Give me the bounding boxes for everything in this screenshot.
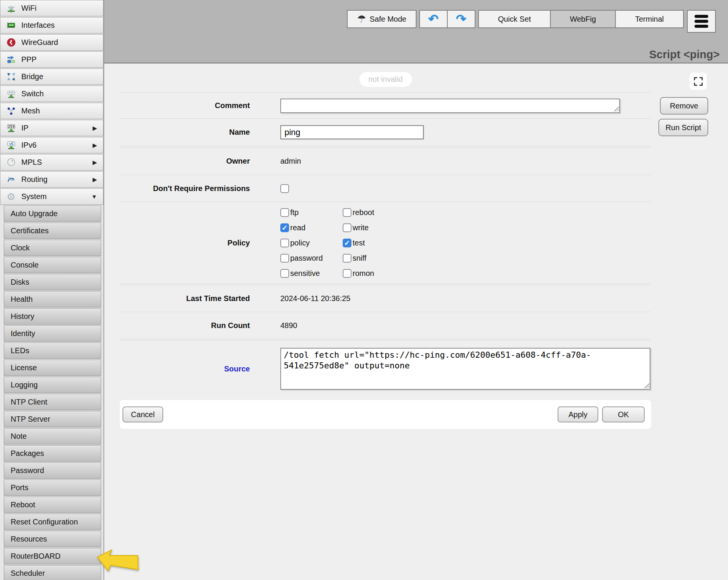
safe-mode-button[interactable]: ☂ Safe Mode (347, 10, 416, 28)
source-field[interactable] (280, 348, 650, 390)
sidebar-item-ip[interactable]: 255 IP ▶ (0, 120, 103, 136)
sidebar-item-note[interactable]: Note (4, 428, 101, 445)
sidebar-item-label: Health (11, 295, 33, 304)
policy-checkbox-sensitive[interactable] (280, 269, 289, 278)
sidebar-item-logging[interactable]: Logging (4, 377, 101, 393)
cancel-button[interactable]: Cancel (122, 406, 163, 422)
sidebar-item-reboot[interactable]: Reboot (4, 497, 101, 513)
sidebar-item-label: RouterBOARD (11, 552, 60, 561)
policy-checkbox-write[interactable] (343, 223, 351, 232)
sidebar-item-ntp-server[interactable]: NTP Server (4, 411, 101, 427)
policy-checkbox-sniff[interactable] (343, 254, 351, 263)
comment-row: Comment (120, 93, 651, 118)
sidebar-item-health[interactable]: Health (4, 291, 101, 308)
dont-require-permissions-checkbox[interactable] (280, 184, 289, 193)
sidebar-item-label: System (21, 192, 47, 201)
policy-option-label[interactable]: test (353, 239, 365, 247)
sidebar-item-disks[interactable]: Disks (4, 274, 101, 290)
policy-option-label[interactable]: ftp (290, 208, 299, 217)
sidebar-item-label: Disks (11, 278, 29, 287)
system-gear-icon: ⚙ (5, 191, 17, 202)
sidebar-item-wireguard[interactable]: WireGuard (0, 34, 103, 51)
sidebar-item-bridge[interactable]: Bridge (0, 69, 103, 85)
sidebar-item-license[interactable]: License (4, 360, 101, 376)
sidebar-item-identity[interactable]: Identity (4, 325, 101, 342)
owner-row: Owner admin (120, 148, 651, 175)
routing-icon (5, 174, 17, 185)
undo-button[interactable]: ↶ (419, 10, 448, 28)
apply-button[interactable]: Apply (558, 406, 598, 422)
page-title: Script <ping> (649, 48, 720, 61)
sidebar-item-reset-configuration[interactable]: Reset Configuration (4, 514, 101, 530)
sidebar-item-label: IPv6 (21, 141, 37, 150)
fullscreen-button[interactable] (690, 73, 707, 90)
policy-checkbox-password[interactable] (280, 254, 289, 263)
policy-option-label[interactable]: romon (353, 269, 374, 278)
sidebar-item-label: Bridge (21, 72, 43, 81)
sidebar-item-label: Logging (11, 381, 38, 389)
policy-checkbox-read[interactable] (280, 223, 289, 232)
sidebar-item-label: LEDs (11, 346, 29, 355)
last-time-started-label: Last Time Started (120, 294, 250, 303)
sidebar-item-ipv6[interactable]: v6 IPv6 ▶ (0, 137, 103, 153)
sidebar-item-wifi[interactable]: WiFi (0, 0, 103, 16)
policy-option-label[interactable]: read (290, 223, 305, 232)
run-script-button[interactable]: Run Script (658, 119, 708, 136)
sidebar-item-label: WireGuard (21, 38, 58, 47)
sidebar-item-ports[interactable]: Ports (4, 480, 101, 496)
sidebar-item-routerboard[interactable]: RouterBOARD (4, 548, 101, 564)
expand-arrow-icon: ▶ (92, 142, 97, 149)
policy-option-label[interactable]: password (290, 254, 323, 263)
policy-option-label[interactable]: reboot (353, 208, 374, 217)
redo-button[interactable]: ↷ (447, 10, 475, 28)
policy-option-label[interactable]: sniff (353, 254, 366, 263)
tab-webfig[interactable]: WebFig (550, 10, 616, 28)
tab-terminal[interactable]: Terminal (615, 10, 684, 28)
comment-field[interactable] (280, 99, 620, 113)
sidebar-item-console[interactable]: Console (4, 257, 101, 273)
policy-checkbox-romon[interactable] (343, 269, 351, 278)
policy-checkbox-ftp[interactable] (280, 208, 289, 217)
sidebar-item-clock[interactable]: Clock (4, 240, 101, 256)
mpls-icon (5, 157, 17, 168)
sidebar-item-auto-upgrade[interactable]: Auto Upgrade (4, 206, 101, 222)
sidebar-item-routing[interactable]: Routing ▶ (0, 171, 103, 188)
sidebar-item-certificates[interactable]: Certificates (4, 223, 101, 239)
policy-option-label[interactable]: write (353, 223, 369, 232)
mesh-icon (5, 106, 17, 116)
sidebar-item-label: History (11, 312, 34, 321)
policy-checkbox-test[interactable] (343, 239, 351, 247)
sidebar-item-history[interactable]: History (4, 308, 101, 325)
policy-option-label[interactable]: policy (290, 239, 310, 247)
remove-button[interactable]: Remove (660, 97, 708, 115)
sidebar-item-label: NTP Server (11, 415, 50, 424)
policy-option-label[interactable]: sensitive (290, 269, 320, 278)
sidebar-item-switch[interactable]: Switch (0, 86, 103, 102)
sidebar-item-packages[interactable]: Packages (4, 445, 101, 462)
sidebar-item-label: WiFi (21, 4, 37, 13)
expand-arrow-icon: ▶ (92, 125, 97, 132)
sidebar-item-leds[interactable]: LEDs (4, 343, 101, 359)
sidebar-item-password[interactable]: Password (4, 462, 101, 479)
sidebar-item-mesh[interactable]: Mesh (0, 103, 103, 119)
sidebar-item-label: MPLS (21, 158, 42, 167)
sidebar-item-ppp[interactable]: PPP (0, 51, 103, 68)
sidebar-item-mpls[interactable]: MPLS ▶ (0, 154, 103, 170)
sidebar-item-ntp-client[interactable]: NTP Client (4, 394, 101, 410)
name-field[interactable] (280, 125, 424, 139)
sidebar-item-interfaces[interactable]: Interfaces (0, 17, 103, 33)
sidebar-item-label: Routing (21, 175, 48, 184)
system-submenu: Auto Upgrade Certificates Clock Console … (4, 206, 101, 580)
policy-checkbox-reboot[interactable] (343, 208, 351, 217)
ppp-icon (5, 54, 17, 65)
ok-button[interactable]: OK (602, 406, 645, 422)
tab-quick-set[interactable]: Quick Set (478, 10, 551, 28)
hamburger-menu-button[interactable] (687, 10, 716, 33)
sidebar-item-system[interactable]: ⚙ System ▼ (0, 188, 103, 205)
sidebar-item-resources[interactable]: Resources (4, 531, 101, 547)
sidebar-item-scheduler[interactable]: Scheduler (4, 565, 101, 580)
safe-mode-label: Safe Mode (370, 15, 407, 24)
sidebar-item-label: Reboot (11, 500, 35, 509)
svg-text:255: 255 (8, 125, 14, 129)
policy-checkbox-policy[interactable] (280, 239, 289, 247)
